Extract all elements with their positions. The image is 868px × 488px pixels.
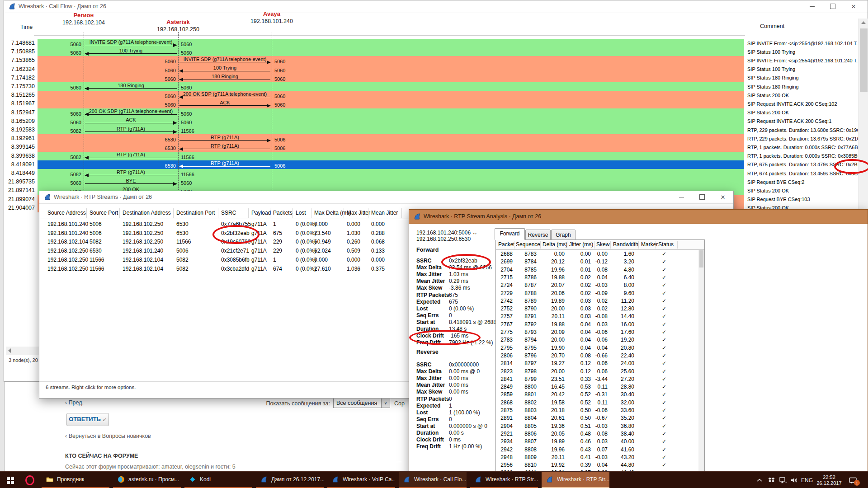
minimize-button[interactable] <box>804 1 820 11</box>
table-cell: 5006 <box>176 248 189 254</box>
taskbar-button[interactable]: Kodi <box>184 472 252 488</box>
column-header[interactable]: Lost <box>296 210 306 216</box>
prev-link[interactable]: ‹ Пред. <box>65 399 84 406</box>
table-row[interactable]: 2757879120.110.03-0.0814.40✓ <box>496 313 698 320</box>
chevron-down-icon[interactable]: ∨ <box>381 399 390 408</box>
column-header[interactable]: Destination Port <box>176 210 215 216</box>
table-row[interactable]: 2704878519.960.01-0.084.80✓ <box>496 266 698 274</box>
tray-chevron-up-icon[interactable] <box>754 472 765 488</box>
call-flow-titlebar[interactable]: Wireshark · Call Flow · Дамп от 26 ✕ <box>4 0 868 13</box>
column-header[interactable]: Source Address <box>47 210 86 216</box>
opera-taskbar-icon[interactable] <box>21 472 39 488</box>
table-row[interactable]: 2729878820.060.02-0.099.60✓ <box>496 290 698 297</box>
flow-row[interactable] <box>38 99 744 108</box>
column-header[interactable]: Source Port <box>90 210 118 216</box>
show-posts-select[interactable]: Все сообщения ∨ <box>333 398 390 408</box>
table-row[interactable]: 268887830.000.000.001.60✓ <box>496 250 698 258</box>
column-header[interactable]: Mean Jitter <box>371 210 398 216</box>
flow-row[interactable] <box>38 143 744 151</box>
maximize-button[interactable] <box>694 192 710 202</box>
table-row[interactable]: 2742878919.890.030.0211.20✓ <box>496 297 698 305</box>
column-header[interactable]: Status <box>658 241 674 248</box>
scrollbar-thumb[interactable] <box>860 28 868 92</box>
taskbar-button[interactable]: Дамп от 26.12.2017... <box>256 472 324 488</box>
table-row[interactable]: 2868880219.580.520.1132.00✓ <box>496 399 698 407</box>
table-row[interactable]: 2767879219.880.040.0316.00✓ <box>496 321 698 328</box>
back-to-forum-link[interactable]: ‹ Вернуться в Вопросы новичков <box>65 433 151 439</box>
scrollbar-thumb[interactable] <box>699 250 703 267</box>
packet-table-scrollbar[interactable] <box>698 249 704 487</box>
column-header[interactable]: SSRC <box>221 210 236 216</box>
network-icon[interactable] <box>778 472 788 488</box>
table-row[interactable]: 2859880120.420.52-0.3130.40✓ <box>496 391 698 399</box>
maximize-button[interactable] <box>825 1 841 11</box>
column-header[interactable]: Destination Address <box>123 210 171 216</box>
column-header[interactable]: Packets <box>273 210 292 216</box>
tab-graph[interactable]: Graph <box>551 230 576 240</box>
rtp-streams-titlebar[interactable]: Wireshark · RTP Streams · Дамп от 26 ✕ <box>39 191 733 204</box>
table-row[interactable]: 2814879719.270.120.0624.00✓ <box>496 360 698 367</box>
stat-label: Mean Jitter <box>416 382 445 388</box>
table-row[interactable]: 2921880620.050.48-0.0838.40✓ <box>496 430 698 438</box>
table-row[interactable]: 2948880920.110.41-0.0343.20✓ <box>496 454 698 461</box>
column-header[interactable]: Sequence <box>516 241 540 248</box>
start-button[interactable] <box>0 472 21 488</box>
tab-forward[interactable]: Forward <box>495 228 525 240</box>
minimize-button[interactable] <box>673 192 689 202</box>
table-row[interactable]: 2823879820.000.120.0625.60✓ <box>496 368 698 375</box>
flow-row[interactable] <box>38 160 744 169</box>
flow-row[interactable] <box>38 74 744 82</box>
table-row[interactable]: 2783879420.000.04-0.0619.20✓ <box>496 336 698 344</box>
close-button[interactable]: ✕ <box>845 1 862 11</box>
taskbar-button-label: Wireshark · Call Flo... <box>414 476 466 483</box>
table-row[interactable]: 2942880819.960.430.0741.60✓ <box>496 446 698 454</box>
dropbox-icon[interactable] <box>766 472 777 488</box>
flow-row[interactable] <box>38 56 744 65</box>
action-center-icon[interactable]: 1 <box>845 472 861 488</box>
column-header[interactable]: Max Jitter <box>347 210 370 216</box>
column-separator <box>567 241 567 249</box>
speaker-icon[interactable] <box>789 472 800 488</box>
table-cell: 8805 <box>505 423 537 429</box>
table-row[interactable]: 2775879320.090.04-0.0617.60✓ <box>496 328 698 336</box>
flow-row[interactable] <box>38 65 744 74</box>
taskbar-button[interactable]: Wireshark · RTP Str... <box>470 472 538 488</box>
table-row[interactable]: 2752879020.000.030.0212.80✓ <box>496 305 698 313</box>
table-row[interactable]: 2795879519.900.040.0420.80✓ <box>496 344 698 352</box>
scroll-up-icon[interactable] <box>861 21 866 24</box>
rtp-analysis-titlebar[interactable]: Wireshark · RTP Stream Analysis · Дамп о… <box>409 210 868 224</box>
table-row[interactable]: 2715878619.880.020.046.40✓ <box>496 274 698 282</box>
tray-clock[interactable]: 22:5226.12.2017 <box>814 472 844 488</box>
column-header[interactable]: Jitter (ms) <box>569 241 593 248</box>
close-button[interactable]: ✕ <box>715 192 731 202</box>
table-row[interactable]: 2841879923.510.33-3.4427.20✓ <box>496 375 698 383</box>
table-row[interactable]: 2849880016.450.530.1128.80✓ <box>496 383 698 391</box>
flow-row[interactable] <box>38 91 744 99</box>
table-cell: 8787 <box>505 282 537 288</box>
taskbar-button[interactable]: Проводник <box>42 472 109 488</box>
scroll-left-icon[interactable] <box>8 348 11 353</box>
table-row[interactable]: 2699878420.120.01-0.123.20✓ <box>496 258 698 266</box>
tray-language[interactable]: ENG <box>800 472 814 488</box>
column-header[interactable]: Payload <box>251 210 271 216</box>
taskbar-button[interactable]: Wireshark · RTP Str... <box>542 472 609 488</box>
table-row[interactable]: 2904880519.360.51-0.0336.80✓ <box>496 422 698 430</box>
column-header[interactable]: Skew <box>596 241 609 248</box>
table-row[interactable]: 2934880719.890.460.0340.00✓ <box>496 438 698 446</box>
taskbar-button[interactable]: Wireshark · Call Flo... <box>399 472 467 488</box>
flow-row[interactable] <box>38 134 744 143</box>
table-row[interactable]: 2875880320.180.50-0.0633.60✓ <box>496 407 698 414</box>
stat-value: 1 (100.00 %) <box>449 409 480 416</box>
table-row[interactable]: 2806879620.700.08-0.6622.40✓ <box>496 352 698 360</box>
column-header[interactable]: Delta (ms) <box>542 241 567 248</box>
tab-reverse[interactable]: Reverse <box>525 230 551 240</box>
taskbar-button[interactable]: asterisk.ru · Просм... <box>113 472 181 488</box>
column-header[interactable]: Max Delta (ms) <box>314 210 351 216</box>
table-row[interactable]: 2956881019.920.390.0444.80✓ <box>496 461 698 469</box>
column-header[interactable]: Packet <box>498 241 515 248</box>
taskbar-button[interactable]: Wireshark · VoIP Ca... <box>327 472 395 488</box>
column-header[interactable]: Bandwidth <box>613 241 638 248</box>
reply-button[interactable]: ОТВЕТИТЬ ↙ <box>66 413 109 426</box>
table-row[interactable]: 2891880420.610.50-0.6735.20✓ <box>496 414 698 422</box>
table-row[interactable]: 2724878720.070.02-0.038.00✓ <box>496 282 698 289</box>
